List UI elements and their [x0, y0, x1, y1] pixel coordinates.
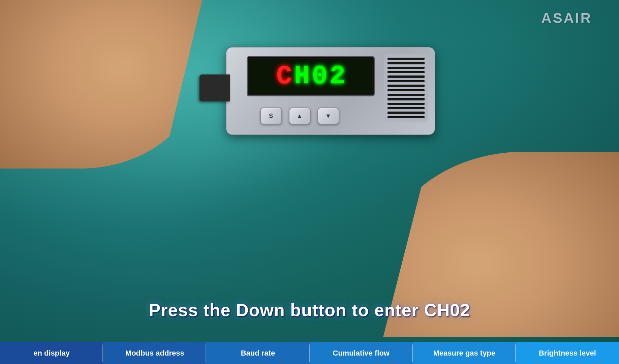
- vent-slot: [388, 58, 425, 60]
- subtitle-container: Press the Down button to enter CH02: [149, 300, 470, 320]
- device-connector: [199, 74, 230, 101]
- device-body: ASAIR® Mass Flow Controller L/min C H 0 …: [226, 47, 435, 135]
- display-char-2: 2: [330, 63, 345, 89]
- device-vent-grill: [384, 54, 428, 122]
- display-char-0: 0: [312, 63, 327, 89]
- nav-label-modbus: Modbus address: [125, 349, 184, 358]
- nav-item-modbus[interactable]: Modbus address: [103, 342, 206, 364]
- display-char-h: H: [294, 63, 309, 89]
- s-button[interactable]: S: [260, 108, 282, 124]
- nav-item-gastype[interactable]: Measure gas type: [413, 342, 516, 364]
- nav-item-display[interactable]: en display: [0, 342, 103, 364]
- vent-slot: [388, 67, 425, 69]
- vent-slot: [388, 62, 425, 64]
- up-button[interactable]: ▲: [289, 108, 311, 124]
- vent-slot: [388, 94, 425, 96]
- nav-label-gastype: Measure gas type: [433, 349, 495, 358]
- vent-slot: [388, 112, 425, 114]
- display-char-c: C: [276, 63, 291, 89]
- subtitle-text: Press the Down button to enter CH02: [149, 300, 470, 320]
- nav-label-cumflow: Cumulative flow: [333, 349, 390, 358]
- bottom-navigation-bar: en display Modbus address Baud rate Cumu…: [0, 342, 619, 364]
- vent-slot: [388, 71, 425, 73]
- nav-label-brightness: Brightness level: [539, 349, 596, 358]
- asair-watermark: ASAIR: [541, 10, 592, 26]
- nav-label-baud: Baud rate: [241, 349, 275, 358]
- vent-slot: [388, 116, 425, 118]
- device-display-panel: C H 0 2: [247, 56, 375, 96]
- vent-slot: [388, 80, 425, 82]
- nav-item-cumflow[interactable]: Cumulative flow: [310, 342, 413, 364]
- nav-label-display: en display: [33, 349, 70, 358]
- mass-flow-controller-device: ASAIR® Mass Flow Controller L/min C H 0 …: [226, 47, 435, 155]
- vent-slot: [388, 103, 425, 105]
- vent-slot: [388, 107, 425, 109]
- vent-slot: [388, 85, 425, 87]
- vent-slot: [388, 89, 425, 91]
- vent-slot: [388, 98, 425, 100]
- nav-item-brightness[interactable]: Brightness level: [516, 342, 619, 364]
- device-display-inner: C H 0 2: [249, 59, 372, 94]
- down-button[interactable]: ▼: [317, 108, 339, 124]
- vent-slot: [388, 75, 425, 78]
- device-buttons-row: S ▲ ▼: [260, 108, 339, 124]
- nav-item-baud[interactable]: Baud rate: [206, 342, 309, 364]
